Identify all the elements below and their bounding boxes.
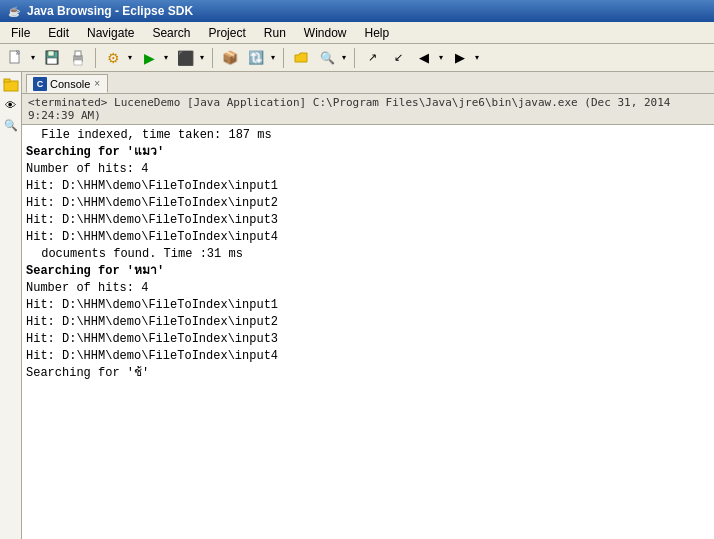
- svg-rect-3: [48, 51, 54, 56]
- back-button[interactable]: ◀: [412, 47, 436, 69]
- console-tab-icon: C: [33, 77, 47, 91]
- separator-3: [283, 48, 284, 68]
- console-line-5: Hit: D:\HHM\demo\FileToIndex\input3: [26, 212, 710, 229]
- console-line-7: documents found. Time :31 ms: [26, 246, 710, 263]
- print-button[interactable]: [66, 47, 90, 69]
- menu-edit[interactable]: Edit: [39, 23, 78, 43]
- stop-button[interactable]: ⬛: [173, 47, 197, 69]
- console-output[interactable]: File indexed, time taken: 187 ms Searchi…: [22, 125, 714, 539]
- title-bar: ☕ Java Browsing - Eclipse SDK: [0, 0, 714, 22]
- console-line-14: Searching for 'ช้': [26, 365, 710, 382]
- console-line-13: Hit: D:\HHM\demo\FileToIndex\input4: [26, 348, 710, 365]
- forward-dropdown[interactable]: ▾: [472, 47, 482, 69]
- console-line-8: Searching for 'หมา': [26, 263, 710, 280]
- build-button[interactable]: ⚙: [101, 47, 125, 69]
- console-line-4: Hit: D:\HHM\demo\FileToIndex\input2: [26, 195, 710, 212]
- open-button[interactable]: [289, 47, 313, 69]
- menu-run[interactable]: Run: [255, 23, 295, 43]
- refresh-dropdown[interactable]: ▾: [268, 47, 278, 69]
- console-line-11: Hit: D:\HHM\demo\FileToIndex\input2: [26, 314, 710, 331]
- menu-window[interactable]: Window: [295, 23, 356, 43]
- console-tab-close[interactable]: ×: [93, 78, 101, 89]
- menu-help[interactable]: Help: [356, 23, 399, 43]
- console-line-0: File indexed, time taken: 187 ms: [26, 127, 710, 144]
- title-text: Java Browsing - Eclipse SDK: [27, 4, 193, 18]
- new-button[interactable]: [4, 47, 28, 69]
- console-line-3: Hit: D:\HHM\demo\FileToIndex\input1: [26, 178, 710, 195]
- menu-bar: File Edit Navigate Search Project Run Wi…: [0, 22, 714, 44]
- tab-bar: C Console ×: [22, 72, 714, 94]
- sidebar: 👁 🔍: [0, 72, 22, 539]
- svg-rect-9: [4, 79, 10, 82]
- menu-project[interactable]: Project: [199, 23, 254, 43]
- sidebar-icon-explorer[interactable]: [2, 76, 20, 94]
- separator-2: [212, 48, 213, 68]
- new-dropdown[interactable]: ▾: [28, 47, 38, 69]
- console-header: <terminated> LuceneDemo [Java Applicatio…: [22, 94, 714, 125]
- search-icon-btn[interactable]: 🔍: [315, 47, 339, 69]
- svg-rect-6: [75, 51, 81, 56]
- next-edit-button[interactable]: ↙: [386, 47, 410, 69]
- main-area: 👁 🔍 C Console × <terminated> LuceneDemo …: [0, 72, 714, 539]
- menu-navigate[interactable]: Navigate: [78, 23, 143, 43]
- console-line-1: Searching for 'แมว': [26, 144, 710, 161]
- refresh-button[interactable]: 🔃: [244, 47, 268, 69]
- run-dropdown[interactable]: ▾: [161, 47, 171, 69]
- stop-dropdown[interactable]: ▾: [197, 47, 207, 69]
- console-line-12: Hit: D:\HHM\demo\FileToIndex\input3: [26, 331, 710, 348]
- svg-rect-7: [74, 60, 82, 65]
- console-line-2: Number of hits: 4: [26, 161, 710, 178]
- separator-1: [95, 48, 96, 68]
- console-line-9: Number of hits: 4: [26, 280, 710, 297]
- svg-rect-4: [47, 58, 57, 64]
- console-tab-label: Console: [50, 78, 90, 90]
- back-dropdown[interactable]: ▾: [436, 47, 446, 69]
- console-tab[interactable]: C Console ×: [26, 74, 108, 93]
- open-type-button[interactable]: 📦: [218, 47, 242, 69]
- separator-4: [354, 48, 355, 68]
- app-icon: ☕: [6, 3, 22, 19]
- console-line-10: Hit: D:\HHM\demo\FileToIndex\input1: [26, 297, 710, 314]
- console-header-text: <terminated> LuceneDemo [Java Applicatio…: [28, 96, 670, 122]
- save-button[interactable]: [40, 47, 64, 69]
- build-dropdown[interactable]: ▾: [125, 47, 135, 69]
- run-button[interactable]: ▶: [137, 47, 161, 69]
- toolbar: ▾ ⚙ ▾ ▶ ▾ ⬛ ▾ 📦 🔃 ▾ 🔍 ▾ ↗ ↙ ◀ ▾ ▶ ▾: [0, 44, 714, 72]
- menu-file[interactable]: File: [2, 23, 39, 43]
- menu-search[interactable]: Search: [143, 23, 199, 43]
- sidebar-icon-hierarchy[interactable]: 👁: [2, 96, 20, 114]
- search-dropdown[interactable]: ▾: [339, 47, 349, 69]
- sidebar-icon-search[interactable]: 🔍: [2, 116, 20, 134]
- console-line-6: Hit: D:\HHM\demo\FileToIndex\input4: [26, 229, 710, 246]
- content-area: C Console × <terminated> LuceneDemo [Jav…: [22, 72, 714, 539]
- prev-edit-button[interactable]: ↗: [360, 47, 384, 69]
- forward-button[interactable]: ▶: [448, 47, 472, 69]
